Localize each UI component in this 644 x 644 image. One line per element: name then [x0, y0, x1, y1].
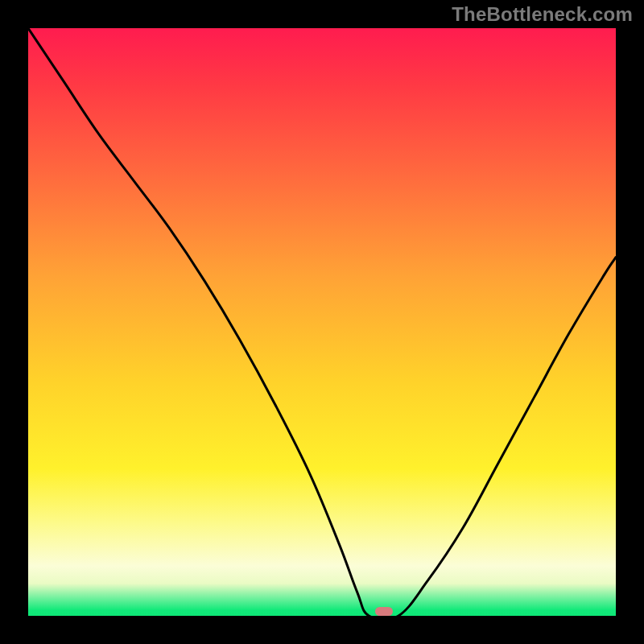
watermark-text: TheBottleneck.com [452, 3, 633, 26]
chart-frame: TheBottleneck.com [0, 0, 644, 644]
plot-area [28, 28, 616, 616]
bottleneck-curve [28, 28, 616, 616]
